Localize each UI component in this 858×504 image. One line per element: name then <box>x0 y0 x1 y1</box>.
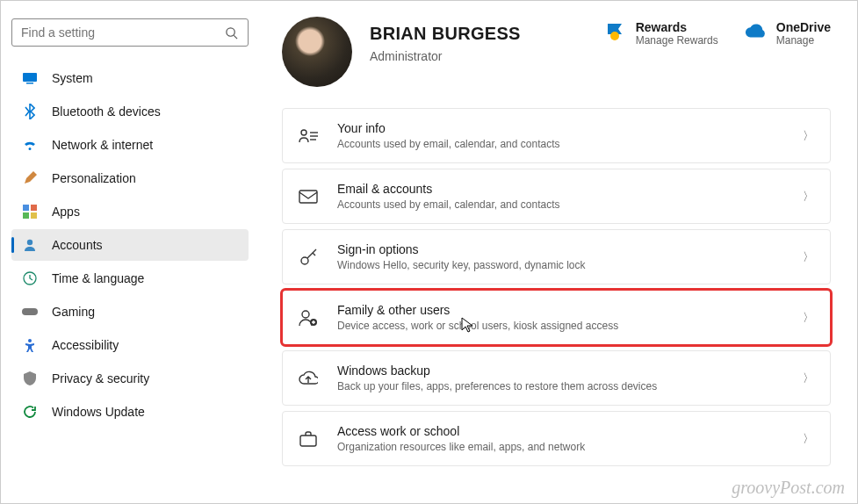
rewards-action[interactable]: Rewards Manage Rewards <box>604 20 718 47</box>
sidebar-item-label: Windows Update <box>52 405 145 419</box>
card-subtitle: Windows Hello, security key, password, d… <box>337 259 783 271</box>
user-block: BRIAN BURGESS Administrator <box>370 17 587 63</box>
sidebar-item-network[interactable]: Network & internet <box>11 129 249 161</box>
card-title: Your info <box>337 121 783 135</box>
account-header: BRIAN BURGESS Administrator Rewards Mana… <box>282 17 831 87</box>
chevron-right-icon: 〉 <box>803 128 814 144</box>
svg-rect-17 <box>299 191 317 203</box>
svg-rect-3 <box>26 83 33 84</box>
svg-point-11 <box>28 339 32 342</box>
svg-point-18 <box>301 257 308 264</box>
globe-clock-icon <box>22 270 38 286</box>
sidebar-item-personalization[interactable]: Personalization <box>11 162 249 194</box>
user-role: Administrator <box>370 49 587 63</box>
svg-point-0 <box>226 27 234 35</box>
apps-icon <box>22 204 38 220</box>
brush-icon <box>22 170 38 186</box>
chevron-right-icon: 〉 <box>803 431 814 447</box>
card-title: Sign-in options <box>337 242 783 256</box>
gamepad-icon <box>22 304 38 320</box>
person-lines-icon <box>299 126 318 146</box>
onedrive-icon <box>745 20 766 41</box>
header-actions: Rewards Manage Rewards OneDrive Manage <box>604 17 831 47</box>
person-icon <box>22 237 38 253</box>
card-subtitle: Device access, work or school users, kio… <box>337 320 783 332</box>
user-name: BRIAN BURGESS <box>370 24 587 44</box>
sidebar-item-label: Apps <box>52 205 80 219</box>
sidebar-item-windows-update[interactable]: Windows Update <box>11 396 249 428</box>
monitor-icon <box>22 70 38 86</box>
svg-rect-21 <box>300 436 316 446</box>
update-icon <box>22 404 38 420</box>
sidebar-item-label: Network & internet <box>52 138 153 152</box>
card-title: Windows backup <box>337 364 783 378</box>
card-title: Email & accounts <box>337 182 783 196</box>
search-box[interactable] <box>11 18 249 47</box>
svg-point-13 <box>301 130 306 135</box>
card-subtitle: Accounts used by email, calendar, and co… <box>337 198 783 211</box>
avatar <box>282 17 352 87</box>
sidebar-item-system[interactable]: System <box>11 62 249 94</box>
svg-point-19 <box>302 311 309 318</box>
svg-rect-10 <box>22 308 38 315</box>
svg-rect-6 <box>23 212 29 219</box>
main-content: BRIAN BURGESS Administrator Rewards Mana… <box>256 1 857 503</box>
key-icon <box>299 248 318 267</box>
sidebar-item-label: Personalization <box>52 171 136 185</box>
onedrive-action[interactable]: OneDrive Manage <box>745 20 831 47</box>
card-subtitle: Back up your files, apps, preferences to… <box>337 380 783 392</box>
sidebar-item-time-language[interactable]: Time & language <box>11 263 249 294</box>
briefcase-icon <box>299 429 318 449</box>
search-icon <box>223 25 239 40</box>
settings-cards: Your info Accounts used by email, calend… <box>282 108 831 466</box>
chevron-right-icon: 〉 <box>803 310 814 326</box>
onedrive-title: OneDrive <box>776 20 831 34</box>
card-title: Access work or school <box>337 424 783 438</box>
sidebar-item-label: Bluetooth & devices <box>52 104 161 119</box>
sidebar-item-label: Gaming <box>52 305 95 319</box>
card-access-work-school[interactable]: Access work or school Organization resou… <box>282 411 831 466</box>
sidebar-item-label: Accounts <box>52 238 103 252</box>
sidebar-item-accessibility[interactable]: Accessibility <box>11 329 249 361</box>
chevron-right-icon: 〉 <box>803 189 814 205</box>
card-subtitle: Organization resources like email, apps,… <box>337 441 783 453</box>
accessibility-icon <box>22 337 38 353</box>
shield-icon <box>22 371 38 386</box>
rewards-icon <box>604 20 625 41</box>
chevron-right-icon: 〉 <box>803 371 814 386</box>
card-title: Family & other users <box>337 303 783 317</box>
nav-list: System Bluetooth & devices Network & int… <box>11 62 249 428</box>
card-sign-in-options[interactable]: Sign-in options Windows Hello, security … <box>282 229 831 284</box>
sidebar-item-label: System <box>52 71 93 85</box>
card-windows-backup[interactable]: Windows backup Back up your files, apps,… <box>282 350 831 406</box>
sidebar-item-accounts[interactable]: Accounts <box>11 229 249 261</box>
chevron-right-icon: 〉 <box>803 249 814 265</box>
card-your-info[interactable]: Your info Accounts used by email, calend… <box>282 108 831 163</box>
sidebar-item-gaming[interactable]: Gaming <box>11 296 249 328</box>
sidebar-item-privacy[interactable]: Privacy & security <box>11 363 249 394</box>
svg-line-1 <box>234 35 237 39</box>
backup-icon <box>299 369 318 388</box>
sidebar-item-bluetooth[interactable]: Bluetooth & devices <box>11 96 249 127</box>
svg-point-12 <box>610 32 619 40</box>
people-add-icon <box>299 308 318 328</box>
bluetooth-icon <box>22 104 38 119</box>
sidebar-item-apps[interactable]: Apps <box>11 196 249 227</box>
svg-rect-5 <box>31 205 37 211</box>
rewards-title: Rewards <box>636 20 718 34</box>
sidebar-item-label: Privacy & security <box>52 371 149 385</box>
svg-rect-7 <box>31 212 37 219</box>
svg-point-8 <box>27 240 32 245</box>
card-subtitle: Accounts used by email, calendar, and co… <box>337 138 783 150</box>
rewards-sub: Manage Rewards <box>636 34 718 47</box>
wifi-icon <box>22 137 38 153</box>
search-input[interactable] <box>21 25 223 40</box>
envelope-icon <box>299 187 318 206</box>
card-family-other-users[interactable]: Family & other users Device access, work… <box>282 290 831 345</box>
onedrive-sub: Manage <box>776 34 831 47</box>
sidebar-item-label: Accessibility <box>52 338 119 352</box>
sidebar-item-label: Time & language <box>52 271 144 285</box>
card-email-accounts[interactable]: Email & accounts Accounts used by email,… <box>282 169 831 224</box>
svg-rect-2 <box>23 73 37 82</box>
svg-rect-4 <box>23 205 29 211</box>
